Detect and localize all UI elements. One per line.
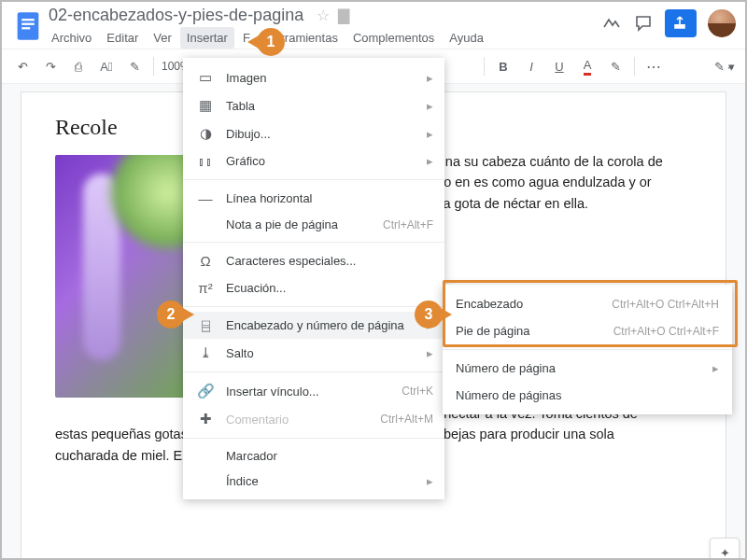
submenu-arrow-icon: ▸ bbox=[427, 127, 433, 141]
activity-icon[interactable] bbox=[601, 13, 622, 34]
explore-button[interactable]: ✦ bbox=[710, 538, 740, 560]
menu-item-icon: Ω bbox=[194, 253, 217, 269]
submenu-item-label: Número de páginas bbox=[456, 388, 719, 402]
more-button[interactable]: ⋯ bbox=[642, 55, 665, 77]
submenu-arrow-icon: ▸ bbox=[427, 154, 433, 168]
menu-item[interactable]: π²Ecuación... bbox=[183, 274, 444, 301]
menu-item[interactable]: ⌸Encabezado y número de página▸ bbox=[183, 312, 444, 339]
menu-item-label: Dibujo... bbox=[226, 127, 419, 141]
menu-item-shortcut: Ctrl+Alt+M bbox=[380, 413, 433, 426]
folder-icon[interactable]: ▇ bbox=[338, 7, 349, 23]
docs-logo[interactable] bbox=[11, 6, 45, 47]
menubar: ArchivoEditarVerInsertarFHerramientasCom… bbox=[45, 27, 601, 49]
menu-item-label: Encabezado y número de página bbox=[226, 318, 419, 332]
svg-rect-3 bbox=[21, 27, 30, 29]
menu-separator bbox=[183, 438, 444, 439]
menu-archivo[interactable]: Archivo bbox=[45, 27, 98, 49]
menu-item-label: Salto bbox=[226, 346, 419, 360]
title-bar: 02-encabezados-y-pies-de-pagina ☆ ▇ Arch… bbox=[0, 0, 747, 49]
menu-item-icon: ◑ bbox=[194, 125, 217, 142]
menu-separator bbox=[183, 371, 444, 372]
menu-item[interactable]: ◑Dibujo...▸ bbox=[183, 119, 444, 147]
menu-editar[interactable]: Editar bbox=[100, 27, 145, 49]
account-avatar[interactable] bbox=[708, 9, 736, 37]
submenu-item-label: Pie de página bbox=[456, 324, 613, 338]
menu-ayuda[interactable]: Ayuda bbox=[443, 27, 490, 49]
underline-button[interactable]: U bbox=[548, 55, 571, 77]
menu-item[interactable]: Nota a pie de páginaCtrl+Alt+F bbox=[183, 212, 444, 237]
menu-item-label: Comentario bbox=[226, 413, 380, 427]
menu-item[interactable]: Marcador bbox=[183, 443, 444, 469]
italic-button[interactable]: I bbox=[520, 55, 543, 77]
text-color-button[interactable]: A bbox=[576, 55, 599, 77]
undo-button[interactable]: ↶ bbox=[11, 55, 34, 77]
menu-item[interactable]: ⤓Salto▸ bbox=[183, 339, 444, 367]
star-icon[interactable]: ☆ bbox=[317, 7, 330, 23]
menu-item[interactable]: 🔗Insertar vínculo...Ctrl+K bbox=[183, 377, 444, 405]
insert-menu: ▭Imagen▸▦Tabla▸◑Dibujo...▸⫾⫾Gráfico▸—Lín… bbox=[183, 58, 444, 499]
spellcheck-button[interactable]: Aͨ bbox=[95, 55, 118, 77]
menu-separator bbox=[183, 306, 444, 307]
submenu-arrow-icon: ▸ bbox=[427, 99, 433, 113]
svg-rect-1 bbox=[21, 19, 35, 21]
header-actions bbox=[601, 6, 736, 37]
document-image[interactable] bbox=[55, 155, 204, 398]
menu-separator bbox=[443, 349, 732, 350]
menu-ver[interactable]: Ver bbox=[147, 27, 178, 49]
collapse-icon[interactable]: ⌃ bbox=[726, 63, 736, 77]
menu-item-label: Insertar vínculo... bbox=[226, 385, 402, 399]
menu-item-label: Índice bbox=[226, 474, 419, 488]
menu-item-label: Caracteres especiales... bbox=[226, 254, 433, 268]
bold-button[interactable]: B bbox=[492, 55, 514, 77]
menu-insertar[interactable]: Insertar bbox=[180, 27, 234, 49]
toolbar-divider bbox=[634, 57, 635, 76]
menu-item[interactable]: ΩCaracteres especiales... bbox=[183, 247, 444, 274]
menu-item-icon: ⌸ bbox=[194, 317, 217, 333]
menu-item[interactable]: ⫾⫾Gráfico▸ bbox=[183, 147, 444, 175]
submenu-item[interactable]: Número de páginas bbox=[443, 382, 732, 409]
submenu-item[interactable]: Pie de páginaCtrl+Alt+O Ctrl+Alt+F bbox=[443, 317, 732, 344]
menu-item[interactable]: ▦Tabla▸ bbox=[183, 91, 444, 119]
submenu-item-label: Número de página bbox=[456, 361, 705, 375]
menu-item-icon: ⫾⫾ bbox=[194, 153, 217, 169]
menu-item-shortcut: Ctrl+Alt+F bbox=[383, 218, 433, 231]
submenu-arrow-icon: ▸ bbox=[427, 71, 433, 85]
menu-item-label: Tabla bbox=[226, 99, 419, 113]
menu-item[interactable]: ✚ComentarioCtrl+Alt+M bbox=[183, 405, 444, 433]
toolbar-divider bbox=[484, 57, 485, 76]
annotation-callout-1: 1 bbox=[257, 28, 285, 56]
submenu-item[interactable]: Número de página▸ bbox=[443, 355, 732, 382]
menu-item-icon: 🔗 bbox=[194, 383, 217, 399]
submenu-item-shortcut: Ctrl+Alt+O Ctrl+Alt+H bbox=[612, 298, 719, 311]
menu-item-label: Imagen bbox=[226, 71, 419, 85]
menu-item-icon: ✚ bbox=[194, 411, 217, 427]
submenu-item-label: Encabezado bbox=[456, 297, 612, 311]
share-button[interactable] bbox=[665, 9, 697, 37]
submenu-item[interactable]: EncabezadoCtrl+Alt+O Ctrl+Alt+H bbox=[443, 290, 732, 317]
paint-format-button[interactable]: ✎ bbox=[123, 55, 146, 77]
highlight-button[interactable]: ✎ bbox=[604, 55, 627, 77]
menu-item-icon: ▭ bbox=[194, 69, 217, 86]
menu-item-icon: — bbox=[194, 190, 217, 206]
comments-icon[interactable] bbox=[633, 13, 654, 34]
svg-rect-2 bbox=[21, 23, 35, 25]
menu-item-icon: π² bbox=[194, 280, 217, 296]
menu-item[interactable]: ▭Imagen▸ bbox=[183, 63, 444, 91]
menu-item-label: Gráfico bbox=[226, 154, 419, 168]
menu-item-icon: ▦ bbox=[194, 97, 217, 114]
submenu-item-shortcut: Ctrl+Alt+O Ctrl+Alt+F bbox=[613, 325, 719, 338]
menu-item[interactable]: Índice▸ bbox=[183, 469, 444, 494]
header-pagenumber-submenu: EncabezadoCtrl+Alt+O Ctrl+Alt+HPie de pá… bbox=[443, 285, 732, 414]
svg-rect-0 bbox=[18, 12, 39, 39]
menu-item[interactable]: —Línea horizontal bbox=[183, 185, 444, 212]
submenu-arrow-icon: ▸ bbox=[427, 474, 433, 488]
menu-complementos[interactable]: Complementos bbox=[346, 27, 441, 49]
document-title[interactable]: 02-encabezados-y-pies-de-pagina bbox=[45, 4, 307, 26]
annotation-callout-3: 3 bbox=[415, 301, 443, 329]
submenu-arrow-icon: ▸ bbox=[712, 361, 719, 375]
menu-separator bbox=[183, 242, 444, 243]
menu-item-label: Línea horizontal bbox=[226, 191, 433, 205]
print-button[interactable]: ⎙ bbox=[67, 55, 90, 77]
redo-button[interactable]: ↷ bbox=[39, 55, 62, 77]
submenu-arrow-icon: ▸ bbox=[427, 346, 433, 360]
